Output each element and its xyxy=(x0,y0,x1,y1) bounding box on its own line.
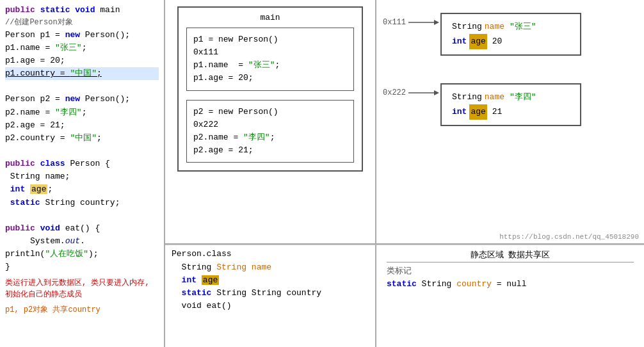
code-p1-age: p1.age = 20; xyxy=(5,54,159,67)
class-field3: static String String country xyxy=(172,287,369,300)
p2-age-line: p2.age = 21; xyxy=(193,144,347,157)
code-p2-age: p2.age = 21; xyxy=(5,119,159,132)
bottom-right: Person.class String String name int age … xyxy=(165,245,644,347)
code-p1-country: p1.country = "中国"; xyxy=(5,67,159,80)
static-area-title: 静态区域 数据共享区 xyxy=(387,249,634,262)
comment-create-person: //创建Person对象 xyxy=(5,17,159,29)
class-area-label: Person.class xyxy=(172,249,369,259)
stack-area: main p1 = new Person() 0x111 p1.name = "… xyxy=(165,0,376,243)
static-subtitle: 类标记 xyxy=(387,265,634,277)
class-field2: int age xyxy=(172,274,369,287)
heap-obj1-name-row: String name "张三" xyxy=(452,19,570,34)
heap-obj2-name-row: String name "李四" xyxy=(452,90,570,104)
p2-addr-line: 0x222 xyxy=(193,118,347,131)
blank-2 xyxy=(5,145,159,157)
kw-static: static xyxy=(40,5,70,15)
heap-obj1-age-row: int age 20 xyxy=(452,34,570,49)
addr-label-1: 0x111 xyxy=(383,18,406,27)
heap-area: 0x111 String name "张三" int xyxy=(376,0,644,243)
svg-marker-1 xyxy=(434,20,439,25)
kw-void: void xyxy=(75,5,95,15)
class-area: Person.class String String name int age … xyxy=(165,245,376,347)
blank-1 xyxy=(5,80,159,93)
code-sysout: System.out. xyxy=(5,235,159,248)
svg-marker-3 xyxy=(434,90,439,95)
url-label: https://blog.csdn.net/qq_45018290 xyxy=(499,233,639,241)
code-p1-name: p1.name = "张三"; xyxy=(5,42,159,54)
note-share: p1, p2对象 共享country xyxy=(5,304,159,316)
heap-obj2-age-row: int age 21 xyxy=(452,104,570,119)
p2-frame: p2 = new Person() 0x222 p2.name = "李四"; … xyxy=(186,100,354,163)
heap-object-2: String name "李四" int age 21 xyxy=(440,83,581,126)
heap-object-1: String name "张三" int age 20 xyxy=(440,13,581,56)
p1-age-line: p1.age = 20; xyxy=(193,72,347,85)
code-p2-new: Person p2 = new Person(); xyxy=(5,93,159,106)
left-code-panel: public static void main //创建Person对象 Per… xyxy=(0,0,165,347)
code-p2-country: p2.country = "中国"; xyxy=(5,132,159,145)
kw-public: public xyxy=(5,5,35,15)
note-static: 类运行进入到元数据区, 类只要进入内存, 初始化自己的静态成员 xyxy=(5,277,159,300)
code-close-brace: } xyxy=(5,261,159,273)
p1-new-line: p1 = new Person() xyxy=(193,33,347,46)
static-area: 静态区域 数据共享区 类标记 static String country = n… xyxy=(376,245,644,347)
main-stack-frame: main p1 = new Person() 0x111 p1.name = "… xyxy=(177,6,363,172)
class-field1: String String name xyxy=(172,261,369,274)
p2-new-line: p2 = new Person() xyxy=(193,106,347,118)
p1-name-line: p1.name = "张三"; xyxy=(193,59,347,72)
code-println: println("人在吃饭"); xyxy=(5,248,159,261)
top-right: main p1 = new Person() 0x111 p1.name = "… xyxy=(165,0,644,245)
right-container: main p1 = new Person() 0x111 p1.name = "… xyxy=(165,0,644,347)
class-method: void eat() xyxy=(172,300,369,312)
code-field-age: int age; xyxy=(5,183,159,196)
p1-addr-line: 0x111 xyxy=(193,46,347,59)
addr-label-2: 0x222 xyxy=(383,88,406,97)
code-p1-new: Person p1 = new Person(); xyxy=(5,29,159,42)
stack-frame-title: main xyxy=(186,13,354,22)
code-p2-name: p2.name = "李四"; xyxy=(5,106,159,119)
p1-frame: p1 = new Person() 0x111 p1.name = "张三"; … xyxy=(186,28,354,91)
p2-name-line: p2.name = "李四"; xyxy=(193,131,347,144)
code-field-country: static String country; xyxy=(5,197,159,209)
code-field-name: String name; xyxy=(5,170,159,183)
blank-3 xyxy=(5,209,159,222)
static-country-line: static String country = null xyxy=(387,278,634,291)
code-eat-decl: public void eat() { xyxy=(5,222,159,235)
code-class-decl: public class Person { xyxy=(5,157,159,170)
code-line-1: public static void main xyxy=(5,4,159,17)
